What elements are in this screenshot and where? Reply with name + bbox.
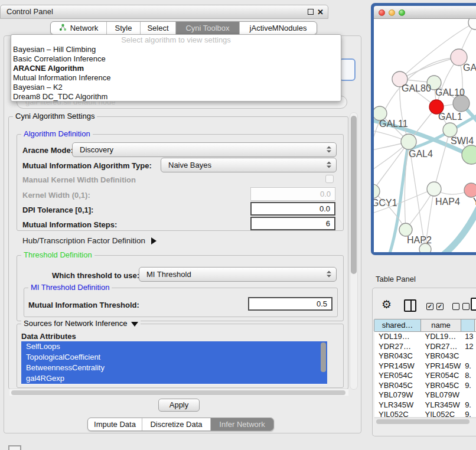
table-cell[interactable]: YBR043C <box>422 351 462 361</box>
table-cell[interactable] <box>462 390 476 400</box>
collapse-arrow-icon[interactable] <box>131 322 138 327</box>
table-cell[interactable]: YDL19… <box>374 332 422 342</box>
attribute-item-selected[interactable]: BetweennessCentrality <box>21 363 327 373</box>
table-row[interactable]: YBR043CYBR043C <box>374 351 476 361</box>
settings-horizontal-scrollbar[interactable] <box>9 389 348 396</box>
network-node[interactable] <box>468 19 476 30</box>
dropdown-item[interactable]: Bayesian – K2 <box>11 83 341 92</box>
table-horizontal-scrollbar[interactable] <box>374 418 476 425</box>
tab-select[interactable]: Select <box>141 22 176 34</box>
table-cell[interactable]: 12 <box>462 342 476 352</box>
table-cell[interactable]: YLR345W <box>374 400 422 410</box>
minimized-panel-icon[interactable] <box>8 445 21 450</box>
mi-type-combo[interactable]: Naive Bayes <box>161 158 337 172</box>
tab-style[interactable]: Style <box>107 22 141 34</box>
attribute-item-selected[interactable]: gal4RGexp <box>21 373 327 384</box>
table-cell[interactable] <box>462 351 476 361</box>
dpi-tolerance-field[interactable]: 0.0 <box>250 202 335 216</box>
table-cell[interactable]: 9. <box>462 361 476 371</box>
network-node[interactable] <box>374 184 380 198</box>
manual-kernel-checkbox[interactable] <box>325 175 334 183</box>
table-row[interactable]: YDL19…YDL19…13 <box>374 332 476 342</box>
network-edge[interactable] <box>400 57 459 79</box>
table-cell[interactable]: 9. <box>462 400 476 410</box>
dropdown-item[interactable]: Basic Correlation Inference <box>11 54 341 64</box>
table-cell[interactable]: YBL079W <box>422 390 462 400</box>
table-cell[interactable]: YPR145W <box>374 361 422 371</box>
table-row[interactable]: YER054CYER054C8. <box>374 371 476 381</box>
table-column-header[interactable] <box>461 319 475 331</box>
deselect-all-icon[interactable] <box>452 303 459 310</box>
table-cell[interactable]: YBR045C <box>374 381 422 391</box>
network-canvas[interactable]: GAL7GAL80GAL10GAL1GAL11SWI4GAL4GCY1HAP4Y… <box>374 19 476 252</box>
attribute-list-scrollbar[interactable] <box>321 343 326 372</box>
apply-button[interactable]: Apply <box>158 399 200 412</box>
select-all-icon[interactable]: ✓ <box>426 303 433 310</box>
sources-group-title[interactable]: Sources for Network Inference <box>21 319 141 328</box>
hub-definition-expander[interactable]: Hub/Transcription Factor Definition <box>22 236 157 245</box>
network-window-titlebar[interactable] <box>374 6 476 19</box>
table-row[interactable]: YBR045CYBR045C9. <box>374 381 476 391</box>
table-row[interactable]: YIL052CYIL052C9. <box>374 410 476 417</box>
scrollbar-thumb[interactable] <box>351 116 357 274</box>
table-row[interactable]: YPR145WYPR145W9. <box>374 361 476 371</box>
network-node[interactable] <box>427 182 441 196</box>
table-cell[interactable]: YDR27… <box>422 342 462 352</box>
attribute-item-selected[interactable]: TopologicalCoefficient <box>21 352 327 363</box>
table-cell[interactable]: YER054C <box>422 371 462 381</box>
gear-icon[interactable]: ⚙ <box>382 298 392 311</box>
close-icon[interactable]: ✕ <box>317 6 324 18</box>
table-cell[interactable]: 13 <box>462 332 476 342</box>
network-node[interactable] <box>462 145 476 164</box>
tab-cyni-toolbox[interactable]: Cyni Toolbox <box>176 22 240 34</box>
table-cell[interactable]: YIL052C <box>422 410 462 417</box>
table-row[interactable]: YBL079WYBL079W <box>374 390 476 400</box>
table-cell[interactable]: YER054C <box>374 371 422 381</box>
table-cell[interactable]: YLR345W <box>422 400 462 410</box>
table-cell[interactable]: 8. <box>462 371 476 381</box>
network-node[interactable] <box>464 183 476 197</box>
attribute-item-selected[interactable]: SelfLoops <box>21 341 327 352</box>
minimize-button[interactable] <box>389 9 395 16</box>
network-node[interactable] <box>399 223 412 236</box>
table-cell[interactable]: 9. <box>462 381 476 391</box>
dropdown-item[interactable]: Bayesian – Hill Climbing <box>11 45 341 54</box>
table-cell[interactable]: YBR043C <box>374 351 422 361</box>
mi-steps-field[interactable]: 6 <box>250 217 335 230</box>
network-node[interactable] <box>443 123 457 137</box>
table-cell[interactable]: YDL19… <box>422 332 462 342</box>
tab-network[interactable]: Network <box>51 22 107 34</box>
table-row[interactable]: YDR27…YDR27…12 <box>374 342 476 352</box>
deselect-all-icon[interactable] <box>462 303 470 310</box>
network-node[interactable] <box>401 134 416 149</box>
tab-infer-network[interactable]: Infer Network <box>211 418 273 431</box>
mi-threshold-field[interactable]: 0.5 <box>248 297 332 311</box>
table-cell[interactable]: YBL079W <box>374 390 422 400</box>
which-threshold-combo[interactable]: MI Threshold <box>139 267 337 282</box>
table-row[interactable]: YLR345WYLR345W9. <box>374 400 476 410</box>
dropdown-item-selected[interactable]: ARACNE Algorithm <box>11 64 341 73</box>
float-panel-icon[interactable] <box>308 9 314 15</box>
scrollbar-thumb[interactable] <box>11 390 345 395</box>
select-all-icon[interactable]: ✓ <box>436 303 444 310</box>
dropdown-item[interactable]: Mutual Information Inference <box>11 73 341 83</box>
close-button[interactable] <box>379 9 385 16</box>
tab-jactivemnodules[interactable]: jActiveMNodules <box>240 22 317 34</box>
table-cell[interactable]: YPR145W <box>422 361 462 371</box>
aracne-mode-combo[interactable]: Discovery <box>72 142 337 157</box>
table-cell[interactable]: YBR045C <box>422 381 462 391</box>
table-column-header[interactable]: shared… <box>374 319 421 331</box>
scrollbar-thumb[interactable] <box>376 419 470 424</box>
tab-impute-data[interactable]: Impute Data <box>88 418 142 431</box>
dropdown-item[interactable]: Dream8 DC_TDC Algorithm <box>11 92 341 102</box>
settings-vertical-scrollbar[interactable] <box>350 112 358 390</box>
table-cell[interactable]: YDR27… <box>374 342 422 352</box>
tab-discretize-data[interactable]: Discretize Data <box>142 418 211 431</box>
zoom-button[interactable] <box>399 9 405 16</box>
table-cell[interactable]: 9. <box>462 410 476 417</box>
network-node[interactable] <box>453 95 470 112</box>
table-cell[interactable]: YIL052C <box>374 410 422 417</box>
document-icon[interactable] <box>471 298 476 311</box>
expand-arrow-icon[interactable] <box>151 237 157 244</box>
table-column-header[interactable]: name <box>420 319 461 331</box>
